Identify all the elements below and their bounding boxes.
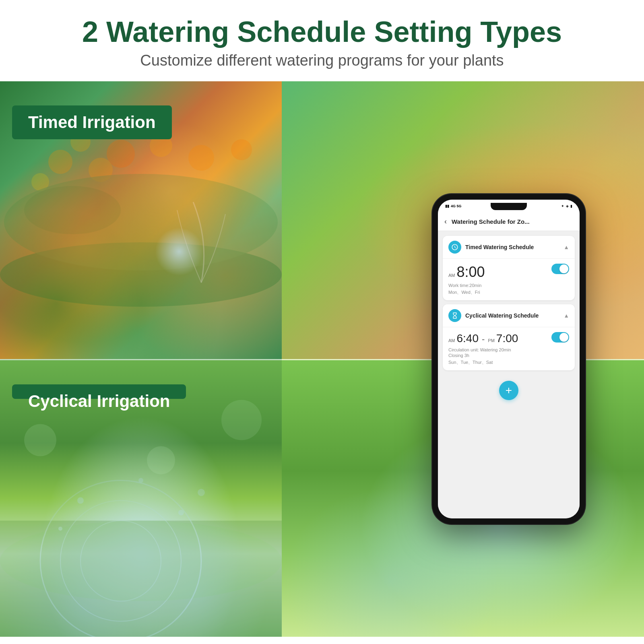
signal-text: 4G 5G bbox=[451, 204, 462, 208]
signal-icon: ▮▮ bbox=[445, 204, 449, 208]
timed-days: Mon、Wed、Fri bbox=[448, 289, 551, 295]
timed-time: 8:00 bbox=[457, 264, 485, 281]
cyclical-circulation: Circulation unit: Watering 20min bbox=[448, 347, 551, 352]
cyclical-time-row: AM 6:40 - PM 7:00 bbox=[448, 332, 551, 345]
bluetooth-icon: ✦ bbox=[561, 204, 564, 208]
timed-time-row: AM 8:00 bbox=[448, 264, 551, 281]
app-title: Watering Schedule for Zo... bbox=[452, 218, 530, 225]
main-title: 2 Watering Schedule Setting Types bbox=[40, 16, 604, 48]
cyclical-irrigation-label: Cyclical Irrigation bbox=[12, 384, 186, 399]
cyclical-watering-card: Cyclical Watering Schedule ▲ AM 6:40 bbox=[443, 304, 575, 370]
phone-wrapper: ▮▮ 4G 5G ✦ ◈ ▮ ‹ Watering Schedule for Z… bbox=[432, 194, 585, 524]
cyclical-toggle-container: AM 6:40 - PM 7:00 Circulation unit: Wate… bbox=[448, 332, 569, 365]
timed-toggle-container: AM 8:00 Work time:20min Mon、Wed、Fri bbox=[448, 264, 569, 295]
status-left: ▮▮ 4G 5G bbox=[445, 204, 462, 208]
timed-watering-card: Timed Watering Schedule ▲ AM 8:00 bbox=[443, 236, 575, 300]
timed-schedule-info: AM 8:00 Work time:20min Mon、Wed、Fri bbox=[448, 264, 551, 295]
timed-card-header: Timed Watering Schedule ▲ bbox=[443, 236, 575, 259]
timed-work-time: Work time:20min bbox=[448, 283, 551, 288]
cyclical-toggle[interactable] bbox=[551, 332, 569, 343]
cyclical-end-am-pm: PM bbox=[488, 338, 495, 343]
svg-point-22 bbox=[221, 400, 262, 440]
garden-photo-bottom: Cyclical Irrigation bbox=[0, 359, 282, 637]
add-button-container: + bbox=[443, 374, 575, 407]
timed-toggle[interactable] bbox=[551, 264, 569, 274]
cyclical-start-time: 6:40 bbox=[457, 332, 479, 345]
svg-point-6 bbox=[231, 139, 252, 160]
status-right: ✦ ◈ ▮ bbox=[561, 204, 572, 208]
cyclical-card-header: Cyclical Watering Schedule ▲ bbox=[443, 304, 575, 327]
svg-point-18 bbox=[178, 510, 184, 516]
phone-notch bbox=[491, 203, 527, 210]
battery-icon: ▮ bbox=[570, 204, 572, 208]
main-content: Timed Irrigation bbox=[0, 81, 644, 637]
timed-card-body: AM 8:00 Work time:20min Mon、Wed、Fri bbox=[443, 259, 575, 300]
main-subtitle: Customize different watering programs fo… bbox=[40, 52, 604, 69]
svg-point-20 bbox=[198, 489, 205, 496]
hourglass-icon bbox=[451, 312, 458, 319]
right-panel: ▮▮ 4G 5G ✦ ◈ ▮ ‹ Watering Schedule for Z… bbox=[282, 81, 644, 637]
app-content: Timed Watering Schedule ▲ AM 8:00 bbox=[438, 231, 580, 518]
svg-point-1 bbox=[48, 150, 72, 174]
cyclical-end-time: 7:00 bbox=[496, 332, 518, 345]
cyclical-card-title: Cyclical Watering Schedule bbox=[465, 312, 564, 319]
svg-point-12 bbox=[0, 521, 282, 601]
add-schedule-button[interactable]: + bbox=[499, 381, 518, 400]
cyclical-closing: Closing 3h bbox=[448, 353, 551, 358]
svg-point-19 bbox=[58, 527, 62, 531]
svg-point-16 bbox=[77, 497, 84, 504]
back-button[interactable]: ‹ bbox=[444, 217, 447, 226]
clock-icon bbox=[451, 244, 458, 251]
smartphone: ▮▮ 4G 5G ✦ ◈ ▮ ‹ Watering Schedule for Z… bbox=[432, 194, 585, 524]
cyclical-card-icon bbox=[448, 309, 461, 322]
svg-point-10 bbox=[24, 186, 121, 234]
timed-irrigation-label: Timed Irrigation bbox=[12, 105, 172, 139]
cyclical-start-am-pm: AM bbox=[448, 338, 455, 343]
wifi-icon: ◈ bbox=[566, 204, 569, 208]
timed-card-title: Timed Watering Schedule bbox=[465, 244, 564, 250]
phone-screen: ▮▮ 4G 5G ✦ ◈ ▮ ‹ Watering Schedule for Z… bbox=[438, 200, 580, 518]
garden-photo-top: Timed Irrigation bbox=[0, 81, 282, 359]
app-header: ‹ Watering Schedule for Zo... bbox=[438, 213, 580, 231]
cyclical-chevron-icon[interactable]: ▲ bbox=[564, 312, 569, 319]
cyclical-card-body: AM 6:40 - PM 7:00 Circulation unit: Wate… bbox=[443, 327, 575, 370]
page-header: 2 Watering Schedule Setting Types Custom… bbox=[0, 0, 644, 81]
timed-card-icon bbox=[448, 241, 461, 254]
cyclical-days: Sun、Tue、Thur、Sat bbox=[448, 359, 551, 365]
cyclical-separator: - bbox=[482, 334, 485, 345]
svg-point-17 bbox=[138, 478, 143, 483]
cyclical-schedule-info: AM 6:40 - PM 7:00 Circulation unit: Wate… bbox=[448, 332, 551, 365]
timed-am-pm: AM bbox=[448, 273, 455, 278]
svg-point-21 bbox=[24, 424, 56, 456]
svg-point-23 bbox=[147, 446, 175, 475]
svg-point-5 bbox=[188, 145, 214, 171]
photos-panel: Timed Irrigation bbox=[0, 81, 282, 637]
timed-chevron-icon[interactable]: ▲ bbox=[564, 244, 569, 250]
